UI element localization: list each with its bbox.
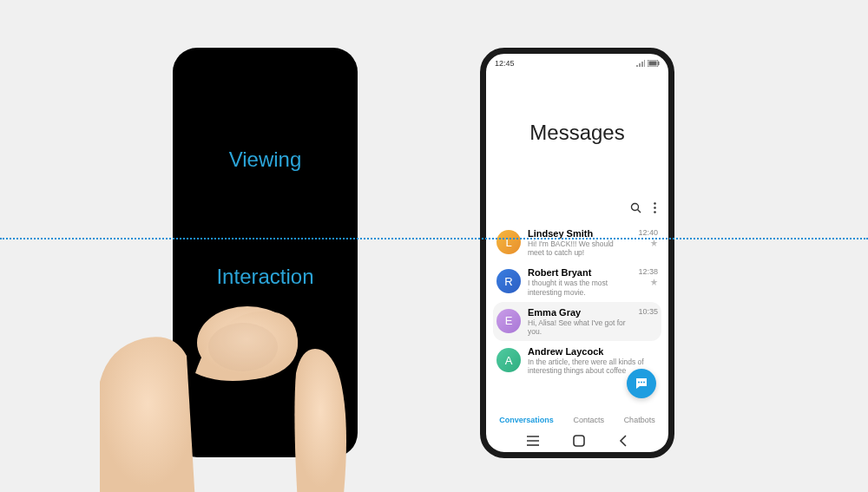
- pin-icon: [650, 239, 658, 247]
- timestamp: 10:35: [638, 307, 658, 316]
- avatar: E: [496, 309, 521, 333]
- message-preview: I thought it was the most interesting mo…: [528, 279, 631, 296]
- status-bar: 12:45: [486, 54, 668, 69]
- battery-icon: [648, 60, 660, 67]
- page-title: Messages: [486, 69, 668, 195]
- svg-point-8: [654, 207, 656, 209]
- conversation-item[interactable]: R Robert Bryant I thought it was the mos…: [493, 262, 661, 301]
- compose-fab[interactable]: [627, 369, 656, 398]
- tab-contacts[interactable]: Contacts: [573, 416, 604, 424]
- home-icon[interactable]: [573, 435, 585, 447]
- tab-chatbots[interactable]: Chatbots: [624, 416, 655, 424]
- recents-icon[interactable]: [527, 436, 539, 446]
- contact-name: Robert Bryant: [528, 267, 631, 278]
- pin-icon: [650, 279, 658, 286]
- conversation-item[interactable]: E Emma Gray Hi, Alisa! See what I've got…: [493, 302, 661, 341]
- contact-name: Andrew Laycock: [528, 346, 658, 357]
- svg-rect-4: [649, 61, 657, 65]
- svg-point-12: [643, 382, 645, 384]
- message-preview: Hi, Alisa! See what I've got for you.: [528, 318, 631, 336]
- bottom-tabs: Conversations Contacts Chatbots: [486, 410, 668, 430]
- svg-line-6: [638, 209, 641, 213]
- avatar: A: [496, 348, 521, 372]
- divider-line: [0, 238, 868, 239]
- signal-icon: [636, 60, 645, 67]
- avatar: R: [496, 269, 521, 293]
- chat-icon: [635, 377, 648, 390]
- android-nav-bar: [486, 430, 668, 452]
- svg-point-11: [641, 382, 642, 384]
- conversation-list: L Lindsey Smith Hi! I'm BACK!!! We shoul…: [486, 220, 668, 381]
- action-bar: [486, 195, 668, 220]
- svg-point-10: [638, 382, 640, 384]
- messages-phone: 12:45 Messages L Lindsey Smith Hi! I'm B…: [480, 48, 674, 458]
- tab-conversations[interactable]: Conversations: [499, 416, 554, 424]
- svg-point-7: [654, 202, 656, 205]
- back-icon[interactable]: [619, 435, 628, 447]
- svg-point-9: [654, 211, 656, 213]
- timestamp: 12:40: [638, 228, 658, 237]
- clock: 12:45: [495, 59, 515, 68]
- timestamp: 12:38: [638, 267, 658, 276]
- conversation-item[interactable]: L Lindsey Smith Hi! I'm BACK!!! We shoul…: [493, 223, 661, 262]
- svg-rect-16: [574, 436, 584, 446]
- search-icon[interactable]: [630, 202, 641, 213]
- viewing-zone-label: Viewing: [173, 148, 358, 172]
- contact-name: Emma Gray: [528, 307, 631, 318]
- message-preview: Hi! I'm BACK!!! We should meet to catch …: [528, 239, 631, 257]
- svg-rect-3: [658, 62, 660, 65]
- avatar: L: [496, 230, 521, 254]
- svg-point-5: [632, 203, 639, 210]
- more-icon[interactable]: [654, 202, 656, 213]
- interaction-zone-label: Interaction: [173, 265, 358, 289]
- concept-phone: Viewing Interaction: [173, 48, 358, 457]
